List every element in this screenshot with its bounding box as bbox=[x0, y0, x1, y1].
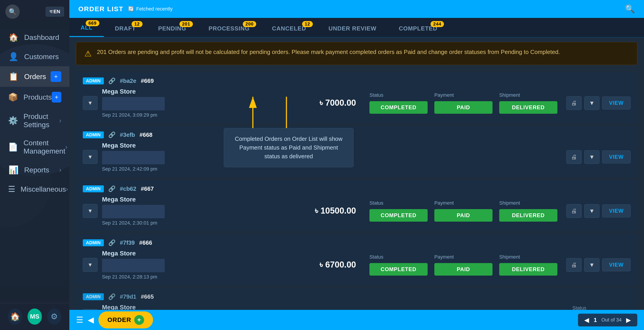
tab-canceled[interactable]: CANCELED 12 bbox=[261, 19, 317, 37]
tab-completed[interactable]: COMPLETED 244 bbox=[388, 19, 448, 37]
sidebar-item-label-products: Products bbox=[24, 93, 52, 101]
tab-draft[interactable]: DRAFT 12 bbox=[104, 19, 147, 37]
gear-button[interactable]: ⚙ bbox=[47, 308, 61, 325]
tab-processing[interactable]: PROCESSING 200 bbox=[197, 19, 261, 37]
order-669-image bbox=[102, 97, 165, 110]
sidebar-item-label-product-settings: Product Settings bbox=[24, 112, 59, 129]
order-666-payment-label: Payment bbox=[434, 254, 492, 260]
sidebar-item-content-management[interactable]: 📄 Content Management › bbox=[0, 134, 69, 160]
dashboard-icon: 🏠 bbox=[8, 33, 19, 42]
order-668-header: ADMIN 🔗 #3efb #668 bbox=[83, 131, 630, 138]
order-667-payment-btn[interactable]: PAID bbox=[434, 209, 492, 222]
order-669-view-btn[interactable]: VIEW bbox=[602, 97, 630, 110]
page-current: 1 bbox=[594, 316, 597, 323]
language-switcher[interactable]: বা EN bbox=[46, 7, 64, 17]
order-666-more-btn[interactable]: ▼ bbox=[584, 258, 600, 272]
sidebar-item-reports[interactable]: 📊 Reports › bbox=[0, 160, 69, 180]
order-667-amount: ৳ 10500.00 bbox=[315, 206, 356, 216]
order-667-shipment-label: Shipment bbox=[499, 200, 558, 206]
refresh-icon[interactable]: 🔄 bbox=[128, 6, 134, 12]
order-669-shipment-label: Shipment bbox=[499, 92, 558, 98]
sidebar-item-customers[interactable]: 👤 Customers bbox=[0, 47, 69, 66]
tab-pending-badge: 201 bbox=[180, 21, 193, 27]
sidebar-item-product-settings[interactable]: ⚙️ Product Settings › bbox=[0, 108, 69, 134]
order-667-dropdown[interactable]: ▼ bbox=[83, 204, 98, 218]
header-left: ORDER LIST 🔄 Fetched recently bbox=[78, 5, 172, 13]
header-search-icon[interactable]: 🔍 bbox=[625, 4, 635, 14]
order-666-shipment-btn[interactable]: DELIVERED bbox=[499, 263, 558, 276]
order-666-body: ▼ Mega Store Sep 21 2024, 2:28:13 pm ৳ 6… bbox=[83, 250, 630, 280]
order-667-shipment-btn[interactable]: DELIVERED bbox=[499, 209, 558, 222]
order-669-status-btn[interactable]: COMPLETED bbox=[370, 101, 428, 114]
order-666-print-btn[interactable]: 🖨 bbox=[566, 258, 582, 272]
order-669-status-group: Status COMPLETED bbox=[370, 92, 428, 114]
order-666-view-btn[interactable]: VIEW bbox=[602, 258, 630, 271]
order-668-store: Mega Store bbox=[102, 142, 300, 149]
order-666-shipment-label: Shipment bbox=[499, 254, 558, 260]
lang-suffix: EN bbox=[53, 9, 60, 15]
order-665-status-label: Status bbox=[572, 305, 630, 310]
order-669-dropdown[interactable]: ▼ bbox=[83, 96, 98, 110]
orders-add-button[interactable]: + bbox=[50, 71, 61, 82]
sidebar: 🔍 বা EN 🏠 Dashboard 👤 Customers 📋 Orders… bbox=[0, 0, 69, 330]
order-669-more-btn[interactable]: ▼ bbox=[584, 96, 600, 110]
order-669-print-btn[interactable]: 🖨 bbox=[566, 96, 582, 110]
home-button[interactable]: 🏠 bbox=[8, 308, 22, 325]
order-665-statuses: Status COMPLETED bbox=[572, 305, 630, 310]
order-667-status-btn[interactable]: COMPLETED bbox=[370, 209, 428, 222]
header-refresh[interactable]: 🔄 Fetched recently bbox=[128, 6, 173, 12]
order-669-payment-btn[interactable]: PAID bbox=[434, 101, 492, 114]
main-content: ORDER LIST 🔄 Fetched recently 🔍 ALL 669 … bbox=[69, 0, 644, 330]
order-665-info: Mega Store bbox=[102, 304, 513, 310]
order-666-dropdown[interactable]: ▼ bbox=[83, 258, 98, 272]
sidebar-item-orders[interactable]: 📋 Orders + bbox=[0, 66, 69, 87]
page-forward-button[interactable]: ▶ bbox=[626, 316, 631, 324]
order-666-payment-btn[interactable]: PAID bbox=[434, 263, 492, 276]
bottom-order-label: ORDER bbox=[108, 316, 131, 323]
order-667-actions: 🖨 ▼ VIEW bbox=[566, 204, 630, 218]
orders-list: ADMIN 🔗 #ba2e #669 ▼ Mega Store Sep 21 2… bbox=[69, 69, 644, 310]
tab-all[interactable]: ALL 669 bbox=[69, 18, 104, 37]
order-668-view-btn[interactable]: VIEW bbox=[602, 150, 630, 163]
order-row-669: ADMIN 🔗 #ba2e #669 ▼ Mega Store Sep 21 2… bbox=[76, 72, 637, 123]
order-667-more-btn[interactable]: ▼ bbox=[584, 204, 600, 218]
order-669-number: #669 bbox=[141, 78, 154, 84]
tab-under-review[interactable]: UNDER REVIEW bbox=[317, 19, 388, 37]
products-add-button[interactable]: + bbox=[52, 92, 61, 103]
bottom-menu-icon[interactable]: ☰ bbox=[76, 315, 83, 325]
ms-button[interactable]: MS bbox=[28, 308, 42, 325]
order-667-number: #667 bbox=[141, 185, 154, 192]
order-666-store: Mega Store bbox=[102, 250, 315, 257]
order-667-shipment-group: Shipment DELIVERED bbox=[499, 200, 558, 222]
sidebar-item-products[interactable]: 📦 Products + bbox=[0, 87, 69, 108]
order-668-print-btn[interactable]: 🖨 bbox=[566, 150, 582, 164]
sidebar-item-miscellaneous[interactable]: ☰ Miscellaneous › bbox=[0, 180, 69, 199]
page-back-button[interactable]: ◀ bbox=[584, 316, 589, 324]
order-667-view-btn[interactable]: VIEW bbox=[602, 204, 630, 217]
order-665-dropdown[interactable]: ▼ bbox=[83, 309, 98, 310]
orders-icon: 📋 bbox=[8, 72, 19, 81]
bottom-order-button[interactable]: ORDER + bbox=[98, 311, 153, 328]
tab-pending[interactable]: PENDING 201 bbox=[147, 19, 197, 37]
order-667-print-btn[interactable]: 🖨 bbox=[566, 204, 582, 218]
main-header: ORDER LIST 🔄 Fetched recently 🔍 bbox=[69, 0, 644, 18]
order-669-hash: #ba2e bbox=[120, 78, 136, 84]
order-668-more-btn[interactable]: ▼ bbox=[584, 150, 600, 164]
order-669-header: ADMIN 🔗 #ba2e #669 bbox=[83, 78, 630, 84]
product-settings-arrow: › bbox=[59, 117, 61, 124]
order-669-status-label: Status bbox=[370, 92, 428, 98]
alert-icon: ⚠ bbox=[84, 49, 92, 59]
sidebar-search-button[interactable]: 🔍 bbox=[5, 5, 20, 19]
order-666-payment-group: Payment PAID bbox=[434, 254, 492, 276]
order-669-shipment-btn[interactable]: DELIVERED bbox=[499, 101, 558, 114]
order-666-status-btn[interactable]: COMPLETED bbox=[370, 263, 428, 276]
order-669-actions: 🖨 ▼ VIEW bbox=[566, 96, 630, 110]
sidebar-item-dashboard[interactable]: 🏠 Dashboard bbox=[0, 28, 69, 47]
order-666-date: Sep 21 2024, 2:28:13 pm bbox=[102, 274, 315, 280]
order-666-status-label: Status bbox=[370, 254, 428, 260]
order-665-store: Mega Store bbox=[102, 304, 513, 310]
tab-under-review-label: UNDER REVIEW bbox=[328, 25, 376, 32]
order-668-dropdown[interactable]: ▼ bbox=[83, 150, 98, 164]
sidebar-item-label-dashboard: Dashboard bbox=[24, 33, 59, 42]
bottom-back-icon[interactable]: ◀ bbox=[88, 315, 94, 325]
